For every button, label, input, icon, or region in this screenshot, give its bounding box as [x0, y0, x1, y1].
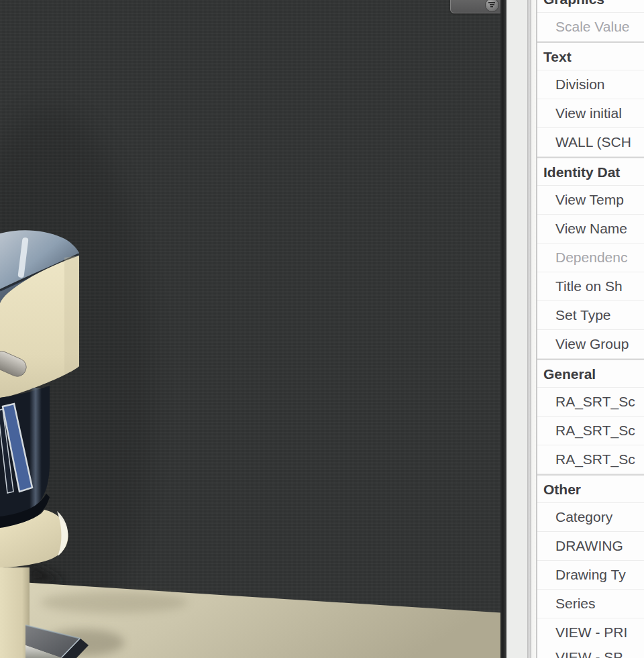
property-group-header[interactable]: Other	[537, 474, 644, 503]
palette-gutter	[506, 0, 536, 658]
property-row[interactable]: View Name	[537, 215, 644, 243]
property-row[interactable]: Title on Sh	[537, 272, 644, 301]
property-row[interactable]: Drawing Ty	[537, 561, 644, 590]
collar-right-shade	[64, 256, 79, 375]
properties-palette: GraphicsScale ValueTextDivisionView init…	[536, 0, 644, 658]
property-row[interactable]: WALL (SCH	[537, 128, 644, 157]
gutter-sheen	[531, 0, 536, 658]
property-row[interactable]: VIEW - SP	[537, 643, 644, 658]
menu-icon	[488, 2, 495, 7]
property-group-header[interactable]: General	[537, 359, 644, 388]
property-row[interactable]: View initial	[537, 99, 644, 128]
viewport-nav-toolbar	[450, 0, 504, 13]
property-group-header[interactable]: Graphics	[537, 0, 644, 13]
property-group-header[interactable]: Text	[537, 42, 644, 70]
property-row[interactable]: Dependenc	[537, 243, 644, 272]
property-row[interactable]: RA_SRT_Sc	[537, 417, 644, 445]
viewport-right-border	[500, 0, 506, 658]
property-row[interactable]: Scale Value	[537, 13, 644, 42]
property-row[interactable]: DRAWING	[537, 532, 644, 561]
model-viewport[interactable]	[0, 0, 506, 658]
property-row[interactable]: View Group	[537, 330, 644, 359]
floor-shadow	[40, 592, 188, 613]
property-row[interactable]: Set Type	[537, 301, 644, 330]
property-row[interactable]: Category	[537, 503, 644, 532]
property-group-header[interactable]: Identity Dat	[537, 157, 644, 186]
rendered-scene	[0, 0, 506, 658]
property-row[interactable]: RA_SRT_Sc	[537, 388, 644, 417]
property-row[interactable]: View Temp	[537, 186, 644, 215]
property-row[interactable]: Division	[537, 70, 644, 99]
cylinder-highlight	[30, 388, 42, 510]
properties-rows: GraphicsScale ValueTextDivisionView init…	[537, 0, 644, 658]
pedestal	[0, 567, 30, 658]
nav-menu-button[interactable]	[485, 0, 499, 12]
property-row[interactable]: RA_SRT_Sc	[537, 445, 644, 474]
property-row[interactable]: Series	[537, 590, 644, 618]
